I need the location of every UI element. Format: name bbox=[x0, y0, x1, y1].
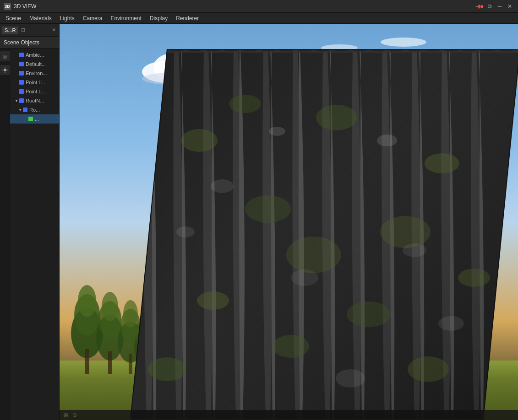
item-label-default: Default... bbox=[26, 61, 46, 67]
item-label-ambient: Ambie... bbox=[26, 52, 44, 58]
menu-camera[interactable]: Camera bbox=[79, 14, 106, 22]
scene-icon[interactable]: ◎ bbox=[0, 51, 10, 61]
title-bar: 3D 3D VIEW 📌 ⧉ ─ ✕ bbox=[0, 0, 518, 13]
svg-rect-12 bbox=[108, 351, 112, 374]
item-label-child: ... bbox=[35, 116, 39, 122]
expand-icon-child bbox=[23, 116, 28, 122]
svg-point-7 bbox=[78, 285, 96, 317]
viewport-status: ⊕ ⊙ bbox=[60, 410, 518, 420]
tree-item-environ[interactable]: Environ... bbox=[10, 69, 59, 78]
panel-tabs: S...R ⊡ ✕ bbox=[0, 24, 59, 37]
expand-icon bbox=[14, 70, 19, 76]
menu-renderer[interactable]: Renderer bbox=[172, 14, 202, 22]
panel-detach-button[interactable]: ⊡ bbox=[19, 27, 27, 34]
item-color-point1 bbox=[19, 80, 24, 85]
expand-icon-rootn[interactable]: ▾ bbox=[14, 98, 19, 103]
app-icon: 3D bbox=[4, 3, 11, 10]
close-button[interactable]: ✕ bbox=[505, 2, 514, 11]
tree-item-rootn[interactable]: ▾ RootN... bbox=[10, 96, 59, 105]
pin-button[interactable]: 📌 bbox=[475, 2, 484, 11]
panel-close-button[interactable]: ✕ bbox=[50, 27, 57, 34]
menu-bar: Scene Materials Lights Camera Environmen… bbox=[0, 13, 518, 24]
svg-point-0 bbox=[4, 69, 6, 71]
item-color-ro bbox=[23, 108, 27, 112]
tree-item-ambient[interactable]: Ambie... bbox=[10, 50, 59, 59]
title-bar-left: 3D 3D VIEW bbox=[4, 3, 36, 10]
item-color-ambient bbox=[19, 53, 24, 57]
expand-icon-ro[interactable]: ▾ bbox=[17, 107, 23, 113]
panel-tab-sr[interactable]: S...R bbox=[2, 27, 18, 34]
expand-icon bbox=[14, 52, 19, 58]
item-label-rootn: RootN... bbox=[26, 98, 44, 103]
tree-item-child[interactable]: ... bbox=[10, 114, 59, 124]
item-label-environ: Environ... bbox=[26, 70, 47, 76]
menu-scene[interactable]: Scene bbox=[2, 14, 25, 22]
scene-objects-header: Scene Objects bbox=[0, 37, 59, 48]
svg-rect-46 bbox=[131, 49, 518, 420]
expand-icon bbox=[14, 61, 19, 67]
item-color-child bbox=[28, 117, 33, 121]
menu-materials[interactable]: Materials bbox=[26, 14, 55, 22]
viewport[interactable]: ⊕ ⊙ bbox=[60, 24, 518, 420]
tree-item-default[interactable]: Default... bbox=[10, 59, 59, 69]
window-controls[interactable]: 📌 ⧉ ─ ✕ bbox=[475, 2, 514, 11]
restore-button[interactable]: ⧉ bbox=[485, 2, 494, 11]
item-label-point2: Point Li... bbox=[26, 89, 47, 94]
tree-item-point1[interactable]: Point Li... bbox=[10, 78, 59, 87]
svg-rect-8 bbox=[85, 349, 89, 374]
scene-tree[interactable]: Ambie... Default... Environ... bbox=[10, 48, 59, 420]
settings-icon[interactable]: ⊙ bbox=[72, 412, 77, 418]
menu-environment[interactable]: Environment bbox=[107, 14, 145, 22]
tree-item-ro[interactable]: ▾ Ro... bbox=[10, 105, 59, 114]
item-color-environ bbox=[19, 71, 24, 75]
item-color-point2 bbox=[19, 89, 24, 94]
expand-icon bbox=[14, 89, 19, 94]
main-container: S...R ⊡ ✕ Scene Objects ◎ bbox=[0, 24, 518, 420]
item-color-default bbox=[19, 62, 24, 66]
tree-item-point2[interactable]: Point Li... bbox=[10, 87, 59, 96]
scene-objects-title: Scene Objects bbox=[4, 39, 39, 46]
corrugated-panel bbox=[131, 49, 518, 420]
item-color-rootn bbox=[19, 98, 24, 103]
app-title: 3D VIEW bbox=[14, 3, 36, 10]
light-icon[interactable] bbox=[0, 65, 10, 75]
minimize-button[interactable]: ─ bbox=[495, 2, 504, 11]
menu-display[interactable]: Display bbox=[146, 14, 171, 22]
add-icon[interactable]: ⊕ bbox=[63, 411, 69, 419]
svg-point-11 bbox=[102, 292, 118, 321]
expand-icon bbox=[14, 80, 19, 85]
item-label-point1: Point Li... bbox=[26, 80, 47, 85]
left-panel: S...R ⊡ ✕ Scene Objects ◎ bbox=[0, 24, 60, 420]
item-label-ro: Ro... bbox=[29, 107, 40, 113]
menu-lights[interactable]: Lights bbox=[56, 14, 78, 22]
